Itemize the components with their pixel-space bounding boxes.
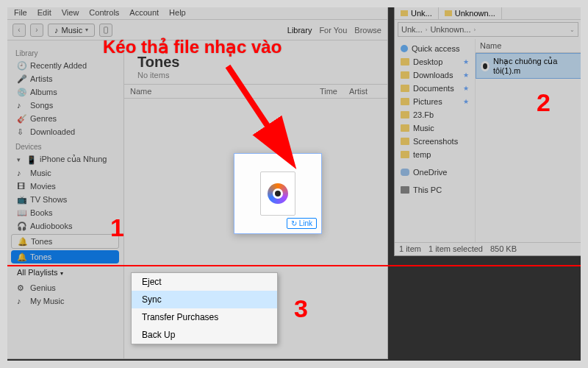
explorer-tab-2[interactable]: Unknown...	[439, 7, 502, 19]
tree-onedrive[interactable]: OneDrive	[395, 166, 475, 179]
sidebar-item-genius[interactable]: ⚙Genius	[7, 281, 123, 294]
folder-icon	[401, 85, 409, 92]
sidebar-item-device[interactable]: ▾ 📱 iPhone của Nhung	[7, 152, 123, 166]
page-title: Tones	[137, 54, 387, 71]
tv-icon: 📺	[17, 195, 26, 204]
chevron-right-icon: ›	[473, 26, 476, 33]
tree-music[interactable]: Music	[395, 121, 475, 135]
file-name: Nhạc chuông của tôi(1).m	[493, 57, 576, 75]
explorer-tab-1[interactable]: Unk...	[395, 7, 439, 19]
sidebar-item-albums[interactable]: 💿Albums	[7, 85, 123, 99]
sidebar: Library 🕘Recently Added 🎤Artists 💿Albums…	[7, 40, 124, 358]
column-headers: Name Time Artist	[124, 84, 387, 99]
ctx-backup[interactable]: Back Up	[132, 326, 277, 344]
sidebar-item-dev-tv[interactable]: 📺TV Shows	[7, 193, 123, 206]
col-artist[interactable]: Artist	[343, 85, 387, 98]
itunes-toolbar: ‹ › ♪ Music ▾ Library For You Browse	[7, 20, 387, 40]
device-context-menu: Eject Sync Transfer Purchases Back Up	[131, 272, 278, 344]
star-icon	[401, 45, 408, 52]
link-arrow-icon: ↻	[291, 219, 297, 227]
menu-controls[interactable]: Controls	[89, 8, 119, 18]
bell-icon: 🔔	[17, 252, 26, 261]
menu-view[interactable]: View	[62, 8, 79, 18]
pin-icon: ★	[463, 58, 469, 66]
tree-screenshots[interactable]: Screenshots	[395, 135, 475, 148]
guitar-icon: 🎸	[17, 114, 26, 123]
clock-icon: 🕘	[17, 61, 26, 70]
pin-icon: ★	[463, 85, 469, 92]
sidebar-item-recently-added[interactable]: 🕘Recently Added	[7, 59, 123, 72]
section-library: Library	[7, 48, 123, 59]
tree-thispc[interactable]: This PC	[395, 183, 475, 197]
tree-downloads[interactable]: Downloads★	[395, 68, 475, 82]
note-icon: ♪	[17, 101, 26, 110]
folder-icon	[401, 151, 409, 158]
sidebar-item-dev-tones-selected[interactable]: 🔔 Tones	[11, 250, 119, 263]
sidebar-item-genres[interactable]: 🎸Genres	[7, 112, 123, 125]
ctx-sync[interactable]: Sync	[132, 291, 277, 308]
bell-icon: 🔔	[18, 237, 26, 246]
tab-browse[interactable]: Browse	[354, 26, 381, 35]
folder-icon	[401, 138, 409, 145]
section-devices: Devices	[7, 141, 123, 152]
folder-icon	[401, 58, 409, 66]
phone-icon: 📱	[26, 155, 35, 164]
file-row[interactable]: Nhạc chuông của tôi(1).m	[476, 53, 581, 79]
tab-library[interactable]: Library	[287, 26, 312, 35]
menu-edit[interactable]: Edit	[37, 8, 51, 18]
download-icon: ⇩	[17, 127, 26, 136]
menu-account[interactable]: Account	[129, 8, 159, 18]
sidebar-item-dev-books[interactable]: 📖Books	[7, 206, 123, 219]
chevron-down-icon[interactable]: ⌄	[570, 26, 575, 33]
menu-help[interactable]: Help	[169, 8, 186, 18]
pc-icon	[401, 186, 409, 194]
explorer-col-name[interactable]: Name	[476, 39, 581, 53]
ringtone-file-icon	[268, 183, 288, 204]
mic-icon: 🎤	[17, 74, 26, 83]
folder-icon	[401, 124, 409, 132]
music-note-icon: ♪	[54, 26, 59, 35]
ctx-transfer[interactable]: Transfer Purchases	[132, 308, 277, 326]
tree-temp[interactable]: temp	[395, 148, 475, 161]
pin-icon: ★	[463, 98, 469, 105]
folder-icon	[401, 71, 409, 79]
back-button[interactable]: ‹	[12, 24, 26, 37]
explorer-address-bar[interactable]: Unk... › Unknown... › ⌄	[398, 22, 578, 37]
chevron-right-icon: ›	[426, 26, 428, 33]
media-picker[interactable]: ♪ Music ▾	[48, 24, 95, 37]
all-playlists-toggle[interactable]: All Playlists ▾	[7, 263, 123, 281]
gear-icon: ⚙	[17, 283, 26, 292]
book-icon: 📖	[17, 208, 26, 217]
album-icon: 💿	[17, 88, 26, 96]
chevron-down-icon: ▾	[60, 270, 63, 277]
menu-file[interactable]: File	[14, 8, 27, 18]
ctx-eject[interactable]: Eject	[132, 273, 277, 291]
sidebar-item-mymusic[interactable]: ♪My Music	[7, 294, 123, 308]
triangle-down-icon[interactable]: ▾	[17, 156, 21, 163]
sidebar-item-dev-movies[interactable]: 🎞Movies	[7, 180, 123, 193]
forward-button[interactable]: ›	[30, 24, 43, 37]
note-icon: ♪	[17, 297, 26, 305]
sidebar-item-dev-tones[interactable]: 🔔 Tones	[11, 234, 119, 249]
sidebar-item-dev-music[interactable]: ♪Music	[7, 166, 123, 180]
device-button[interactable]	[99, 24, 112, 37]
tree-pictures[interactable]: Pictures★	[395, 95, 475, 108]
tree-desktop[interactable]: Desktop★	[395, 55, 475, 68]
sidebar-item-downloaded[interactable]: ⇩Downloaded	[7, 125, 123, 138]
col-time[interactable]: Time	[306, 85, 343, 98]
status-size: 850 KB	[490, 244, 517, 254]
file-thumbnail	[260, 171, 295, 216]
tree-quick-access[interactable]: Quick access	[395, 42, 475, 55]
tab-foryou[interactable]: For You	[319, 26, 347, 35]
tree-documents[interactable]: Documents★	[395, 82, 475, 95]
sidebar-item-songs[interactable]: ♪Songs	[7, 99, 123, 112]
link-badge: ↻ Link	[287, 218, 317, 229]
svg-rect-0	[104, 26, 108, 32]
explorer-tabs: Unk... Unknown...	[395, 7, 581, 20]
col-name[interactable]: Name	[124, 85, 306, 98]
sidebar-item-artists[interactable]: 🎤Artists	[7, 72, 123, 85]
folder-icon	[445, 10, 452, 16]
audiobook-icon: 🎧	[17, 222, 26, 230]
sidebar-item-dev-audiobooks[interactable]: 🎧Audiobooks	[7, 219, 123, 233]
tree-23fb[interactable]: 23.Fb	[395, 108, 475, 121]
